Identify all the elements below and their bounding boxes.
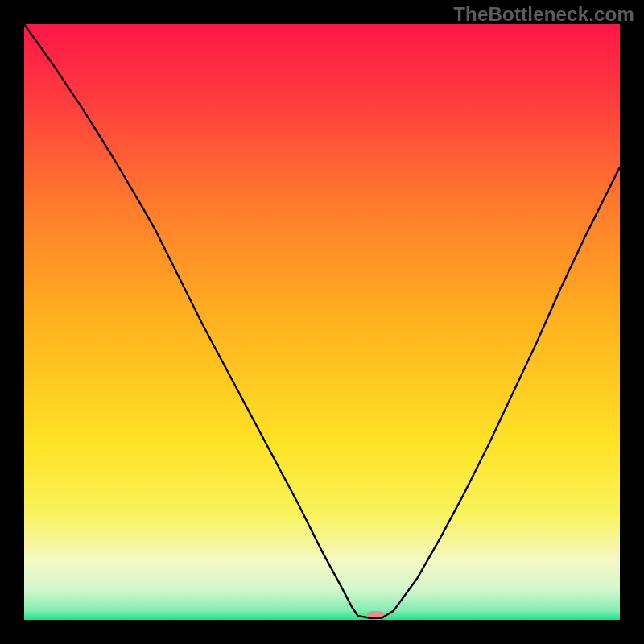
chart-svg [24, 24, 620, 620]
watermark-text: TheBottleneck.com [453, 3, 634, 26]
plot-area [24, 24, 620, 620]
chart-frame: TheBottleneck.com [0, 0, 644, 644]
gradient-background [24, 24, 620, 620]
